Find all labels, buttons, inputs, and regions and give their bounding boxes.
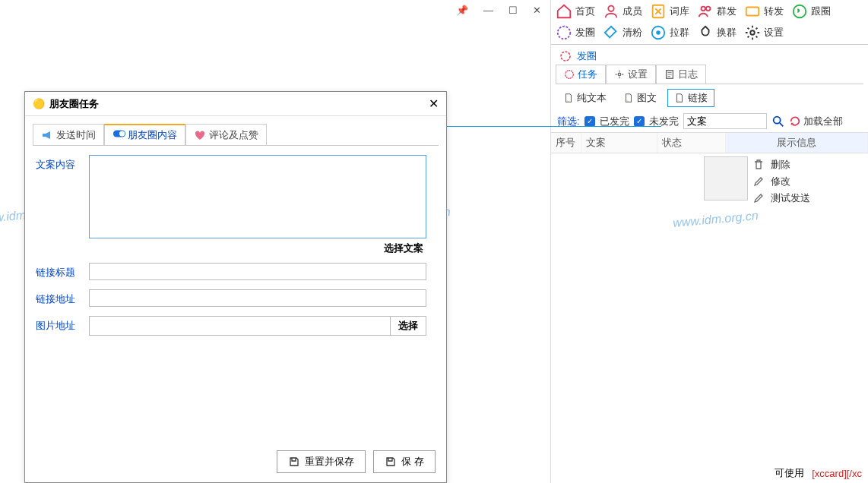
footer: 可使用 [xccard][/xc xyxy=(775,466,862,480)
file-icon xyxy=(563,93,574,103)
svg-point-3 xyxy=(706,7,711,11)
typetab-link[interactable]: 链接 xyxy=(667,89,714,107)
svg-point-8 xyxy=(656,30,661,35)
toolbar-pull[interactable]: 拉群 xyxy=(650,24,689,41)
label-content: 文案内容 xyxy=(36,155,81,172)
minimize-button[interactable]: — xyxy=(483,5,493,16)
content-textarea[interactable] xyxy=(89,155,426,238)
action-edit[interactable]: 修改 xyxy=(752,173,863,190)
typetab-imgtxt[interactable]: 图文 xyxy=(617,89,663,107)
filter-row: 筛选: ✓ 已发完 ✓ 未发完 加载全部 xyxy=(551,110,868,132)
img-url-input[interactable] xyxy=(89,316,391,336)
log-icon xyxy=(664,69,675,80)
trash-icon xyxy=(752,159,765,171)
section-icon xyxy=(559,49,572,63)
svg-point-5 xyxy=(794,5,806,18)
subtab-task[interactable]: 任务 xyxy=(556,65,606,84)
save-icon xyxy=(288,456,300,468)
file-icon xyxy=(674,93,685,103)
arrow-connector xyxy=(441,126,661,127)
svg-point-10 xyxy=(561,52,570,61)
toolbar-members[interactable]: 成员 xyxy=(603,3,642,20)
reload-button[interactable]: 加载全部 xyxy=(790,115,843,128)
toolbar-forward[interactable]: 转发 xyxy=(744,3,784,20)
maximize-button[interactable]: ☐ xyxy=(508,5,518,16)
task-icon xyxy=(564,69,575,80)
close-button[interactable]: ✕ xyxy=(533,5,541,16)
svg-point-0 xyxy=(608,6,613,11)
toggle-icon xyxy=(112,129,125,141)
choose-button[interactable]: 选择 xyxy=(391,316,426,336)
dialog-tabs: 发送时间 朋友圈内容 评论及点赞 xyxy=(25,116,446,145)
toolbar-swap[interactable]: 换群 xyxy=(697,24,737,41)
edit-icon xyxy=(752,175,765,188)
checkbox-done[interactable]: ✓ xyxy=(584,116,595,127)
svg-point-11 xyxy=(565,71,574,79)
col-info[interactable]: 展示信息 xyxy=(726,133,868,153)
col-no[interactable]: 序号 xyxy=(551,133,581,153)
dialog-icon: 🟡 xyxy=(33,98,45,109)
subtab-settings[interactable]: 设置 xyxy=(606,65,656,84)
dialog-body: 文案内容 选择文案 链接标题 链接地址 图片地址 选择 xyxy=(25,146,446,354)
subtab-log[interactable]: 日志 xyxy=(656,65,706,84)
toolbar-follow[interactable]: 跟圈 xyxy=(791,3,831,20)
action-test[interactable]: 测试发送 xyxy=(752,190,863,207)
col-text[interactable]: 文案 xyxy=(581,133,657,153)
svg-point-12 xyxy=(618,73,621,76)
footer-label: 可使用 xyxy=(775,466,804,480)
save-icon xyxy=(385,456,397,468)
footer-tag: [xccard][/xc xyxy=(812,468,862,479)
select-text-link[interactable]: 选择文案 xyxy=(384,242,423,254)
label-link-title: 链接标题 xyxy=(36,263,81,279)
grid-header: 序号 文案 状态 展示信息 xyxy=(551,132,868,153)
thumbnail[interactable] xyxy=(704,156,748,200)
toolbar-post[interactable]: 发圈 xyxy=(556,24,595,41)
section-title: 发圈 xyxy=(551,45,868,65)
link-title-input[interactable] xyxy=(89,263,426,280)
dialog-title: 朋友圈任务 xyxy=(49,97,99,111)
svg-point-14 xyxy=(773,116,780,123)
gear-icon xyxy=(614,69,625,80)
toolbar-settings[interactable]: 设置 xyxy=(744,24,784,41)
dlg-tab-content[interactable]: 朋友圈内容 xyxy=(104,124,185,145)
action-delete[interactable]: 删除 xyxy=(752,156,863,173)
svg-point-9 xyxy=(750,30,755,35)
heart-icon xyxy=(194,129,206,141)
subtabs: 任务 设置 日志 xyxy=(551,65,868,84)
svg-point-2 xyxy=(702,7,706,11)
dialog-titlebar: 🟡朋友圈任务 ✕ xyxy=(25,92,446,116)
reset-save-button[interactable]: 重置并保存 xyxy=(277,450,366,473)
typetab-text[interactable]: 纯文本 xyxy=(557,89,613,107)
label-link-url: 链接地址 xyxy=(36,289,81,306)
checkbox-undone[interactable]: ✓ xyxy=(634,116,645,127)
file-icon xyxy=(623,93,634,103)
dialog-footer: 重置并保存 保 存 xyxy=(277,450,436,473)
main-toolbar: 首页 成员 词库 群发 转发 跟圈 发圈 清粉 拉群 换群 设置 xyxy=(551,0,868,45)
dialog-close-button[interactable]: ✕ xyxy=(429,96,439,111)
grid-body: 删除 修改 测试发送 xyxy=(551,153,868,434)
toolbar-mass[interactable]: 群发 xyxy=(697,3,737,20)
megaphone-icon xyxy=(41,129,53,141)
save-button[interactable]: 保 存 xyxy=(373,450,436,473)
toolbar-clean[interactable]: 清粉 xyxy=(603,24,642,41)
search-icon[interactable] xyxy=(771,115,785,128)
type-tabs: 纯文本 图文 链接 xyxy=(551,84,868,110)
svg-point-6 xyxy=(558,27,571,39)
dialog-moments-task: 🟡朋友圈任务 ✕ 发送时间 朋友圈内容 评论及点赞 文案内容 选择文案 链接标题… xyxy=(24,91,447,483)
filter-input[interactable] xyxy=(683,113,767,129)
link-url-input[interactable] xyxy=(89,289,426,307)
dlg-tab-time[interactable]: 发送时间 xyxy=(33,124,104,145)
label-img-url: 图片地址 xyxy=(36,316,81,333)
right-panel: 首页 成员 词库 群发 转发 跟圈 发圈 清粉 拉群 换群 设置 发圈 任务 设… xyxy=(550,0,868,483)
pin-icon[interactable]: 📌 xyxy=(456,5,468,16)
svg-rect-4 xyxy=(746,8,759,16)
row-actions: 删除 修改 测试发送 xyxy=(752,156,863,207)
dlg-tab-like[interactable]: 评论及点赞 xyxy=(185,124,267,145)
toolbar-home[interactable]: 首页 xyxy=(556,3,595,20)
svg-point-16 xyxy=(119,131,125,136)
toolbar-lexicon[interactable]: 词库 xyxy=(650,3,689,20)
col-status[interactable]: 状态 xyxy=(657,133,726,153)
send-icon xyxy=(752,192,765,204)
